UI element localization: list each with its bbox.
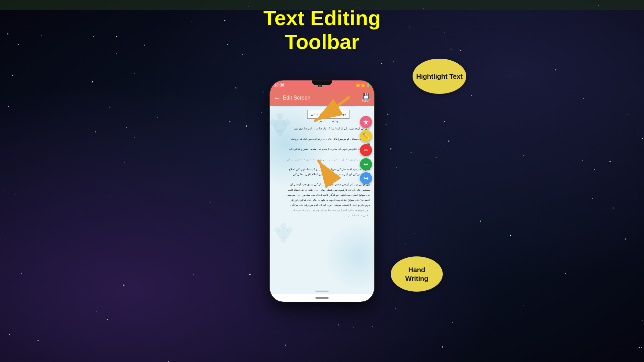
star xyxy=(396,167,396,167)
star xyxy=(442,346,443,348)
undo-button[interactable]: ↩ xyxy=(360,158,372,170)
star xyxy=(107,319,108,320)
star xyxy=(372,326,373,327)
star xyxy=(353,327,354,328)
star xyxy=(411,152,412,153)
star xyxy=(296,316,296,316)
star xyxy=(285,345,286,346)
star xyxy=(206,167,206,167)
star xyxy=(5,239,5,240)
star xyxy=(452,322,453,323)
star xyxy=(510,75,511,75)
pen-tool-button[interactable]: ✏️ xyxy=(360,130,372,142)
star xyxy=(565,273,566,274)
star xyxy=(613,355,613,355)
content-title-box: مولانا الطاف حسین حالی xyxy=(307,110,349,119)
star xyxy=(555,69,556,70)
star xyxy=(642,320,643,320)
star xyxy=(92,81,93,82)
star xyxy=(9,334,10,335)
highlight-text-button[interactable] xyxy=(360,116,372,128)
star xyxy=(385,124,387,125)
toolbar-buttons: ✏️ ✏ ↩ ↪ xyxy=(360,116,372,184)
redo-button[interactable]: ↪ xyxy=(360,172,372,184)
wifi-icon: 📶 xyxy=(356,83,360,87)
status-icons: 📶 📶 🔋 xyxy=(356,83,370,87)
star xyxy=(251,56,252,56)
star xyxy=(415,233,416,234)
star xyxy=(119,140,119,140)
star xyxy=(395,308,396,309)
star xyxy=(126,127,127,128)
eraser-button[interactable]: ✏ xyxy=(360,144,372,156)
star xyxy=(107,264,108,264)
star xyxy=(21,273,22,274)
star xyxy=(398,343,398,344)
back-button[interactable]: ← xyxy=(273,94,280,102)
star xyxy=(641,347,642,348)
star xyxy=(134,137,135,138)
star xyxy=(157,117,158,118)
hand-writing-label: HandWriting xyxy=(405,265,428,283)
star xyxy=(170,359,170,359)
redo-icon: ↪ xyxy=(364,175,369,182)
star xyxy=(383,192,384,193)
star xyxy=(210,202,211,202)
star xyxy=(77,308,78,308)
page-title: Text Editing Toolbar xyxy=(0,6,644,54)
star xyxy=(523,305,524,306)
title-line1: Text Editing xyxy=(0,6,644,30)
star xyxy=(96,311,97,312)
star xyxy=(405,244,406,245)
star xyxy=(594,169,595,170)
star xyxy=(390,148,391,149)
phone-mockup: 13:36 📷 📶 📶 🔋 ← Edit Screen 💾 SAVE xyxy=(270,80,374,302)
star xyxy=(83,325,83,325)
star xyxy=(498,305,499,305)
hand-writing-bubble: HandWriting xyxy=(391,256,443,292)
save-icon: 💾 xyxy=(362,93,371,99)
save-label: SAVE xyxy=(362,99,371,103)
star xyxy=(135,73,136,74)
content-subtitle: (۱۸۳۲ ۔۔۔ ۱۹۱۴) xyxy=(287,119,370,124)
star xyxy=(95,131,96,132)
star xyxy=(635,194,636,194)
star xyxy=(235,87,236,88)
star xyxy=(613,207,614,208)
star xyxy=(15,194,15,195)
star xyxy=(123,285,124,286)
star xyxy=(242,54,243,55)
star xyxy=(387,114,388,114)
star xyxy=(628,114,628,115)
eraser-icon: ✏ xyxy=(364,147,368,154)
star xyxy=(244,292,244,292)
status-time: 13:36 xyxy=(274,83,284,87)
star xyxy=(444,121,445,122)
star xyxy=(642,138,643,139)
star xyxy=(639,347,640,348)
star xyxy=(448,140,449,142)
scroll-indicator xyxy=(315,291,329,292)
content-area[interactable]: مولانا الطاف حسین حالی (۱۸۳۲ ۔۔۔ ۱۹۱۴) غ… xyxy=(270,106,374,294)
star xyxy=(510,235,511,236)
star xyxy=(381,63,381,63)
highlight-icon xyxy=(363,119,369,125)
star xyxy=(529,285,529,286)
star xyxy=(549,229,550,230)
star xyxy=(480,221,481,222)
star xyxy=(249,274,251,275)
highlight-text-bubble: Hightlight Text xyxy=(413,59,466,94)
star xyxy=(338,324,339,325)
urdu-content: مولانا الطاف حسین حالی (۱۸۳۲ ۔۔۔ ۱۹۱۴) غ… xyxy=(270,106,374,294)
star xyxy=(124,162,125,163)
nav-indicator xyxy=(315,297,329,299)
star xyxy=(45,246,45,247)
bottom-nav-bar xyxy=(270,294,374,302)
app-bar-title: Edit Screen xyxy=(283,95,362,101)
signal-icon: 📶 xyxy=(361,83,365,87)
star xyxy=(38,340,39,341)
star xyxy=(229,121,230,122)
star xyxy=(592,198,593,199)
save-button[interactable]: 💾 SAVE xyxy=(362,93,371,103)
star xyxy=(110,196,111,197)
